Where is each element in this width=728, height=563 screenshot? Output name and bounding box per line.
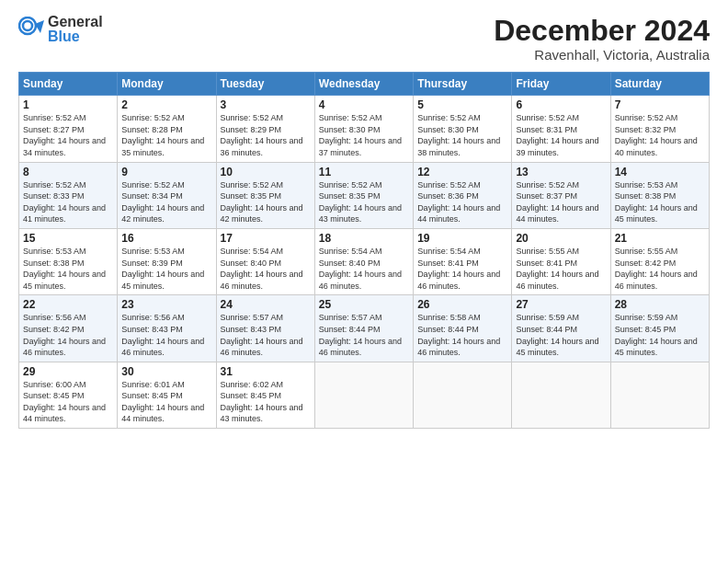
calendar-cell: 22Sunrise: 5:56 AMSunset: 8:42 PMDayligh… [19, 295, 118, 362]
day-info: Sunrise: 5:53 AMSunset: 8:39 PMDaylight:… [121, 247, 204, 291]
calendar-cell: 24Sunrise: 5:57 AMSunset: 8:43 PMDayligh… [216, 295, 314, 362]
day-number: 24 [221, 298, 311, 311]
day-number: 12 [417, 166, 507, 178]
day-number: 22 [23, 298, 113, 311]
calendar-cell: 20Sunrise: 5:55 AMSunset: 8:41 PMDayligh… [512, 228, 610, 294]
day-number: 1 [23, 98, 113, 111]
day-info: Sunrise: 5:52 AMSunset: 8:28 PMDaylight:… [121, 113, 204, 157]
logo-blue-label: Blue [48, 29, 103, 44]
calendar-cell [610, 362, 709, 428]
day-info: Sunrise: 5:52 AMSunset: 8:35 PMDaylight:… [319, 180, 402, 224]
calendar-cell: 19Sunrise: 5:54 AMSunset: 8:41 PMDayligh… [414, 228, 512, 294]
day-info: Sunrise: 5:52 AMSunset: 8:29 PMDaylight:… [221, 113, 303, 157]
day-info: Sunrise: 6:00 AMSunset: 8:45 PMDaylight:… [23, 380, 106, 424]
day-number: 14 [615, 166, 705, 178]
day-info: Sunrise: 5:52 AMSunset: 8:35 PMDaylight:… [221, 180, 303, 224]
week-row-4: 22Sunrise: 5:56 AMSunset: 8:42 PMDayligh… [19, 295, 710, 362]
header-cell-sunday: Sunday [19, 73, 118, 96]
day-info: Sunrise: 5:56 AMSunset: 8:42 PMDaylight:… [23, 313, 106, 357]
day-info: Sunrise: 5:55 AMSunset: 8:42 PMDaylight:… [615, 247, 698, 291]
day-number: 7 [615, 98, 705, 111]
calendar-cell: 30Sunrise: 6:01 AMSunset: 8:45 PMDayligh… [118, 362, 216, 428]
calendar-cell [414, 362, 512, 428]
day-number: 4 [319, 98, 409, 111]
day-number: 2 [121, 98, 211, 111]
day-info: Sunrise: 5:54 AMSunset: 8:41 PMDaylight:… [417, 247, 500, 291]
day-info: Sunrise: 5:59 AMSunset: 8:45 PMDaylight:… [615, 313, 698, 357]
calendar-cell: 16Sunrise: 5:53 AMSunset: 8:39 PMDayligh… [118, 228, 216, 294]
day-number: 30 [121, 365, 211, 378]
calendar-cell: 1Sunrise: 5:52 AMSunset: 8:27 PMDaylight… [19, 96, 118, 162]
day-info: Sunrise: 5:53 AMSunset: 8:38 PMDaylight:… [615, 180, 698, 224]
day-number: 26 [417, 298, 507, 311]
day-number: 6 [516, 98, 606, 111]
calendar-cell: 29Sunrise: 6:00 AMSunset: 8:45 PMDayligh… [19, 362, 118, 428]
day-number: 29 [23, 365, 113, 378]
day-number: 10 [221, 166, 311, 178]
header: General Blue December 2024 Ravenhall, Vi… [18, 15, 710, 63]
calendar-cell: 11Sunrise: 5:52 AMSunset: 8:35 PMDayligh… [314, 162, 413, 228]
day-info: Sunrise: 5:55 AMSunset: 8:41 PMDaylight:… [516, 247, 598, 291]
day-number: 21 [615, 232, 705, 245]
svg-point-1 [23, 21, 32, 30]
logo: General Blue [18, 15, 103, 44]
calendar-cell: 23Sunrise: 5:56 AMSunset: 8:43 PMDayligh… [118, 295, 216, 362]
day-info: Sunrise: 5:52 AMSunset: 8:36 PMDaylight:… [417, 180, 500, 224]
calendar-cell: 14Sunrise: 5:53 AMSunset: 8:38 PMDayligh… [610, 162, 709, 228]
calendar-cell: 26Sunrise: 5:58 AMSunset: 8:44 PMDayligh… [414, 295, 512, 362]
logo-text: General Blue [48, 15, 103, 44]
day-info: Sunrise: 5:53 AMSunset: 8:38 PMDaylight:… [23, 247, 106, 291]
day-info: Sunrise: 5:52 AMSunset: 8:33 PMDaylight:… [23, 180, 106, 224]
calendar-cell: 15Sunrise: 5:53 AMSunset: 8:38 PMDayligh… [19, 228, 118, 294]
day-number: 17 [221, 232, 311, 245]
day-number: 9 [121, 166, 211, 178]
day-number: 18 [319, 232, 409, 245]
day-number: 5 [417, 98, 507, 111]
day-number: 11 [319, 166, 409, 178]
month-title: December 2024 [494, 15, 710, 47]
calendar-cell: 27Sunrise: 5:59 AMSunset: 8:44 PMDayligh… [512, 295, 610, 362]
header-cell-wednesday: Wednesday [314, 73, 413, 96]
day-info: Sunrise: 5:52 AMSunset: 8:31 PMDaylight:… [516, 113, 598, 157]
calendar-cell: 2Sunrise: 5:52 AMSunset: 8:28 PMDaylight… [118, 96, 216, 162]
header-cell-monday: Monday [118, 73, 216, 96]
title-block: December 2024 Ravenhall, Victoria, Austr… [494, 15, 710, 63]
calendar-cell: 17Sunrise: 5:54 AMSunset: 8:40 PMDayligh… [216, 228, 314, 294]
page: General Blue December 2024 Ravenhall, Vi… [0, 0, 728, 563]
calendar-cell: 12Sunrise: 5:52 AMSunset: 8:36 PMDayligh… [414, 162, 512, 228]
week-row-5: 29Sunrise: 6:00 AMSunset: 8:45 PMDayligh… [19, 362, 710, 428]
calendar-cell: 13Sunrise: 5:52 AMSunset: 8:37 PMDayligh… [512, 162, 610, 228]
day-info: Sunrise: 5:59 AMSunset: 8:44 PMDaylight:… [516, 313, 598, 357]
calendar-cell: 28Sunrise: 5:59 AMSunset: 8:45 PMDayligh… [610, 295, 709, 362]
header-cell-thursday: Thursday [414, 73, 512, 96]
header-cell-friday: Friday [512, 73, 610, 96]
calendar-cell: 3Sunrise: 5:52 AMSunset: 8:29 PMDaylight… [216, 96, 314, 162]
day-number: 8 [23, 166, 113, 178]
day-info: Sunrise: 5:57 AMSunset: 8:43 PMDaylight:… [221, 313, 303, 357]
calendar-cell: 4Sunrise: 5:52 AMSunset: 8:30 PMDaylight… [314, 96, 413, 162]
day-number: 16 [121, 232, 211, 245]
day-number: 28 [615, 298, 705, 311]
day-number: 13 [516, 166, 606, 178]
header-row: SundayMondayTuesdayWednesdayThursdayFrid… [19, 73, 710, 96]
calendar-cell: 31Sunrise: 6:02 AMSunset: 8:45 PMDayligh… [216, 362, 314, 428]
day-info: Sunrise: 5:54 AMSunset: 8:40 PMDaylight:… [221, 247, 303, 291]
calendar-table: SundayMondayTuesdayWednesdayThursdayFrid… [18, 72, 710, 429]
day-info: Sunrise: 5:52 AMSunset: 8:37 PMDaylight:… [516, 180, 598, 224]
day-info: Sunrise: 5:56 AMSunset: 8:43 PMDaylight:… [121, 313, 204, 357]
day-number: 31 [221, 365, 311, 378]
calendar-cell: 9Sunrise: 5:52 AMSunset: 8:34 PMDaylight… [118, 162, 216, 228]
day-number: 3 [221, 98, 311, 111]
day-number: 25 [319, 298, 409, 311]
week-row-3: 15Sunrise: 5:53 AMSunset: 8:38 PMDayligh… [19, 228, 710, 294]
calendar-cell: 25Sunrise: 5:57 AMSunset: 8:44 PMDayligh… [314, 295, 413, 362]
calendar-cell: 6Sunrise: 5:52 AMSunset: 8:31 PMDaylight… [512, 96, 610, 162]
calendar-cell: 5Sunrise: 5:52 AMSunset: 8:30 PMDaylight… [414, 96, 512, 162]
calendar-cell: 21Sunrise: 5:55 AMSunset: 8:42 PMDayligh… [610, 228, 709, 294]
day-info: Sunrise: 5:52 AMSunset: 8:32 PMDaylight:… [615, 113, 698, 157]
day-info: Sunrise: 5:52 AMSunset: 8:27 PMDaylight:… [23, 113, 106, 157]
day-info: Sunrise: 5:58 AMSunset: 8:44 PMDaylight:… [417, 313, 500, 357]
calendar-cell: 8Sunrise: 5:52 AMSunset: 8:33 PMDaylight… [19, 162, 118, 228]
calendar-cell [314, 362, 413, 428]
day-info: Sunrise: 5:52 AMSunset: 8:34 PMDaylight:… [121, 180, 204, 224]
